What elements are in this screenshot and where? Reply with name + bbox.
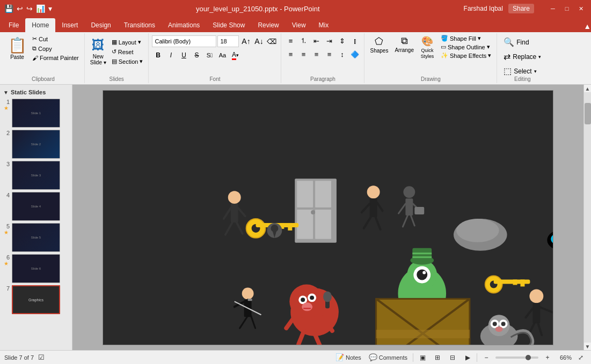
find-button[interactable]: 🔍 Find xyxy=(500,35,532,49)
bullets-button[interactable]: ≡ xyxy=(284,35,296,47)
slide-thumb-4[interactable]: Slide 4 xyxy=(12,192,60,221)
share-button[interactable]: Share xyxy=(508,4,534,13)
shape-outline-button[interactable]: ▭ Shape Outline ▾ xyxy=(439,43,493,51)
scroll-up-button[interactable]: ▲ xyxy=(584,85,592,92)
slide-thumb-7[interactable]: Graphics xyxy=(12,285,60,314)
shape-outline-dropdown-icon[interactable]: ▾ xyxy=(487,43,490,50)
font-name-input[interactable] xyxy=(152,35,216,47)
paste-button[interactable]: 📋 Paste xyxy=(5,34,29,62)
tab-animations[interactable]: Animations xyxy=(162,18,206,32)
shape-effects-button[interactable]: ✨ Shape Effects ▾ xyxy=(439,51,493,60)
restore-button[interactable]: □ xyxy=(561,3,573,14)
zoom-in-button[interactable]: + xyxy=(542,353,553,362)
italic-button[interactable]: I xyxy=(165,49,177,61)
reset-button[interactable]: ↺ Reset xyxy=(110,47,145,56)
decrease-indent-button[interactable]: ⇤ xyxy=(310,35,322,47)
cut-button[interactable]: ✂ Cut xyxy=(30,34,81,43)
tab-mix[interactable]: Mix xyxy=(312,18,335,32)
slide-item-6[interactable]: 6 ★ Slide 6 xyxy=(2,254,70,283)
minimize-button[interactable]: ─ xyxy=(547,3,559,14)
collapse-ribbon-icon[interactable]: ▲ xyxy=(583,22,591,31)
panel-arrow-icon[interactable]: ▼ xyxy=(3,90,9,95)
layout-button[interactable]: ▦ Layout ▾ xyxy=(110,38,145,47)
bold-button[interactable]: B xyxy=(152,49,164,61)
decrease-font-button[interactable]: A↓ xyxy=(253,35,265,47)
tab-review[interactable]: Review xyxy=(251,18,285,32)
replace-dropdown-icon[interactable]: ▾ xyxy=(538,54,541,60)
zoom-slider[interactable] xyxy=(495,356,538,359)
font-color-button[interactable]: A ▾ xyxy=(229,49,241,61)
zoom-level[interactable]: 66% xyxy=(557,354,572,361)
justify-button[interactable]: ≡ xyxy=(323,48,335,60)
slide-item-1[interactable]: 1 ★ Slide 1 xyxy=(2,99,70,128)
slide-thumb-2[interactable]: Slide 2 xyxy=(12,130,60,159)
tab-insert[interactable]: Insert xyxy=(55,18,84,32)
redo-icon[interactable]: ↪ xyxy=(26,4,33,13)
canvas-area[interactable]: Graphics xyxy=(72,85,583,350)
close-button[interactable]: ✕ xyxy=(575,3,587,14)
clear-format-button[interactable]: ⌫ xyxy=(266,35,278,47)
slideshow-button[interactable]: ▶ xyxy=(462,353,473,362)
fit-slide-button[interactable]: ⤢ xyxy=(575,353,587,362)
underline-button[interactable]: U xyxy=(178,49,189,61)
dropdown-icon[interactable]: ▾ xyxy=(48,4,52,13)
align-left-button[interactable]: ≡ xyxy=(284,48,296,60)
arrange-button[interactable]: ⧉ Arrange xyxy=(392,34,416,54)
copy-button[interactable]: ⧉ Copy xyxy=(30,44,81,53)
slide-thumb-1[interactable]: Slide 1 xyxy=(12,99,60,128)
columns-button[interactable]: ⫿ xyxy=(349,35,361,47)
tab-transitions[interactable]: Transitions xyxy=(118,18,162,32)
slide-sorter-button[interactable]: ⊞ xyxy=(432,353,443,362)
zoom-thumb[interactable] xyxy=(526,355,531,360)
presentation-icon[interactable]: 📊 xyxy=(36,4,45,13)
tab-home[interactable]: Home xyxy=(25,18,55,32)
shape-effects-dropdown-icon[interactable]: ▾ xyxy=(488,52,491,59)
slide-item-7[interactable]: 7 Graphics xyxy=(2,285,70,314)
case-button[interactable]: Aa xyxy=(216,49,228,61)
slide-item-5[interactable]: 5 ★ Slide 5 xyxy=(2,223,70,252)
slide-item-2[interactable]: 2 Slide 2 xyxy=(2,130,70,159)
slide-item-4[interactable]: 4 Slide 4 xyxy=(2,192,70,221)
line-spacing-button[interactable]: ↕ xyxy=(336,48,348,60)
format-painter-button[interactable]: 🖌 Format Painter xyxy=(30,54,81,62)
scroll-down-button[interactable]: ▼ xyxy=(584,343,592,350)
align-right-button[interactable]: ≡ xyxy=(310,48,322,60)
comments-button[interactable]: 💬 Comments xyxy=(367,352,410,362)
scroll-thumb[interactable] xyxy=(585,103,591,124)
replace-button[interactable]: ⇄ Replace ▾ xyxy=(500,50,544,63)
save-icon[interactable]: 💾 xyxy=(4,4,13,13)
font-color-dropdown-icon[interactable]: ▾ xyxy=(236,53,239,58)
smartart-button[interactable]: 🔷 xyxy=(349,48,361,60)
numbering-button[interactable]: ⒈ xyxy=(297,35,309,47)
zoom-out-button[interactable]: − xyxy=(480,353,492,362)
shadow-button[interactable]: S⃞ xyxy=(203,49,215,61)
tab-design[interactable]: Design xyxy=(84,18,117,32)
reading-view-button[interactable]: ⊟ xyxy=(447,353,458,362)
slide-thumb-3[interactable]: Slide 3 xyxy=(12,161,60,190)
tab-slideshow[interactable]: Slide Show xyxy=(206,18,251,32)
undo-icon[interactable]: ↩ xyxy=(17,4,23,13)
slide-item-3[interactable]: 3 Slide 3 xyxy=(2,161,70,190)
slide-info: Slide 7 of 7 xyxy=(4,354,34,361)
slide-canvas[interactable]: Graphics xyxy=(103,90,553,345)
text-direction-button[interactable]: ⇕ xyxy=(336,35,348,47)
tab-view[interactable]: View xyxy=(286,18,312,32)
shapes-button[interactable]: ⬠ Shapes xyxy=(368,34,390,55)
shape-fill-dropdown-icon[interactable]: ▾ xyxy=(478,35,481,42)
slide-thumb-6[interactable]: Slide 6 xyxy=(12,254,60,283)
tab-file[interactable]: File xyxy=(2,18,25,32)
slide-thumb-5[interactable]: Slide 5 xyxy=(12,223,60,252)
increase-indent-button[interactable]: ⇥ xyxy=(323,35,335,47)
notes-button[interactable]: 📝 Notes xyxy=(333,352,363,362)
scroll-track[interactable] xyxy=(584,92,592,343)
align-center-button[interactable]: ≡ xyxy=(297,48,309,60)
new-slide-button[interactable]: 🖼 New Slide ▾ xyxy=(88,36,108,66)
quick-styles-button[interactable]: 🎨 Quick Styles xyxy=(418,34,436,60)
font-size-input[interactable] xyxy=(217,35,239,47)
select-dropdown-icon[interactable]: ▾ xyxy=(534,69,537,74)
normal-view-button[interactable]: ▣ xyxy=(417,353,428,362)
section-button[interactable]: ▤ Section ▾ xyxy=(110,57,145,66)
strikethrough-button[interactable]: S xyxy=(191,49,202,61)
increase-font-button[interactable]: A↑ xyxy=(240,35,252,47)
shape-fill-button[interactable]: 🪣 Shape Fill ▾ xyxy=(439,34,493,42)
